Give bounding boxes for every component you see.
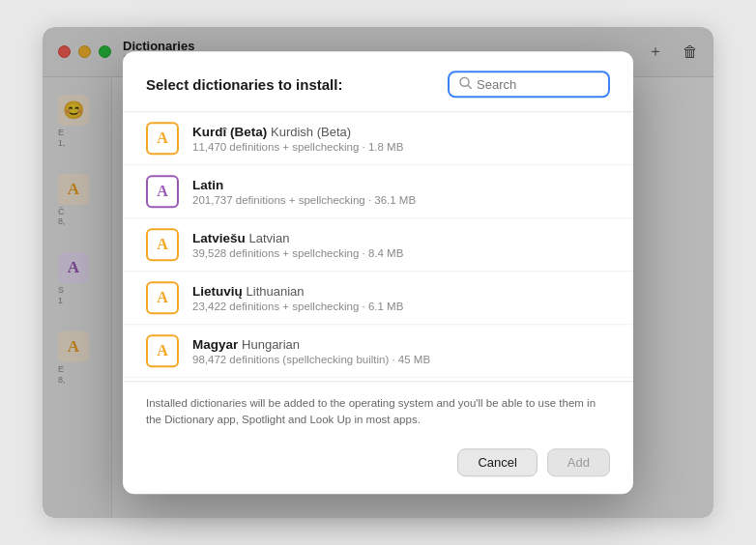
search-box[interactable] xyxy=(448,71,610,98)
dict-item[interactable]: A Magyar Hungarian 98,472 definitions (s… xyxy=(123,325,633,378)
dict-name: Kurdî (Beta) Kurdish (Beta) xyxy=(192,124,403,141)
cancel-button[interactable]: Cancel xyxy=(457,448,537,476)
dialog-note: Installed dictionaries will be added to … xyxy=(123,382,633,439)
dialog-buttons: Cancel Add xyxy=(123,439,633,494)
search-input[interactable] xyxy=(477,77,598,92)
dict-info: Latviešu Latvian 39,528 definitions + sp… xyxy=(192,230,403,260)
dict-meta: 39,528 definitions + spellchecking · 8.4… xyxy=(192,248,403,260)
dict-name: Latin xyxy=(192,177,416,194)
dict-item[interactable]: A Kurdî (Beta) Kurdish (Beta) 11,470 def… xyxy=(123,112,633,165)
dialog-title: Select dictionaries to install: xyxy=(146,76,342,93)
dict-icon: A xyxy=(146,228,179,261)
dict-meta: 11,470 definitions + spellchecking · 1.8… xyxy=(192,142,403,154)
dict-icon: A xyxy=(146,334,179,367)
dict-item[interactable]: A Latviešu Latvian 39,528 definitions + … xyxy=(123,218,633,272)
dict-icon: A xyxy=(146,281,179,314)
dict-item[interactable]: A Latin 201,737 definitions + spellcheck… xyxy=(123,165,633,218)
dict-meta: 23,422 definitions + spellchecking · 6.1… xyxy=(192,301,403,313)
dict-info: Magyar Hungarian 98,472 definitions (spe… xyxy=(192,336,430,366)
dict-info: Kurdî (Beta) Kurdish (Beta) 11,470 defin… xyxy=(192,124,403,154)
dict-info: Latin 201,737 definitions + spellcheckin… xyxy=(192,177,416,207)
dict-name: Lietuvių Lithuanian xyxy=(192,283,403,301)
dict-meta: 201,737 definitions + spellchecking · 36… xyxy=(192,195,416,207)
dict-name: Magyar Hungarian xyxy=(192,336,430,354)
dict-meta: 98,472 definitions (spellchecking builti… xyxy=(192,355,430,366)
dialog-header: Select dictionaries to install: xyxy=(123,51,633,111)
install-dialog: Select dictionaries to install: A Kurdî … xyxy=(123,51,633,494)
dict-item[interactable]: A Lietuvių Lithuanian 23,422 definitions… xyxy=(123,272,633,325)
dict-info: Lietuvių Lithuanian 23,422 definitions +… xyxy=(192,283,403,313)
dict-icon: A xyxy=(146,175,179,208)
svg-line-1 xyxy=(468,85,472,89)
dict-name: Latviešu Latvian xyxy=(192,230,403,247)
add-button[interactable]: Add xyxy=(547,448,610,476)
dictionary-list: A Kurdî (Beta) Kurdish (Beta) 11,470 def… xyxy=(123,111,633,382)
dict-icon: A xyxy=(146,122,179,155)
search-icon xyxy=(459,76,472,92)
